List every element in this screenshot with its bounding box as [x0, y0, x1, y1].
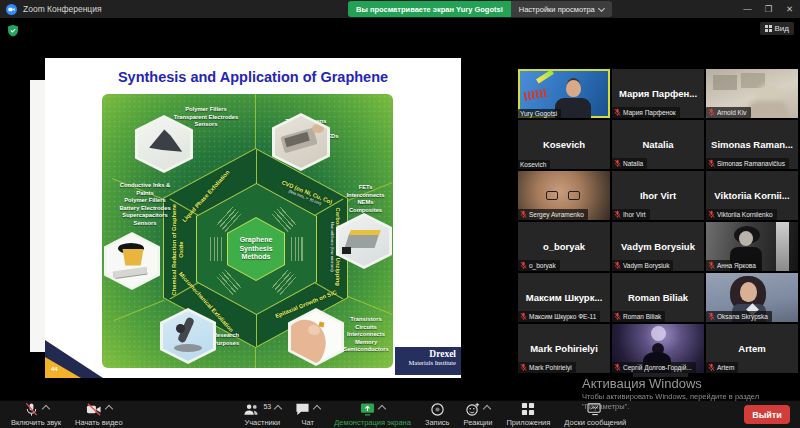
- participant-name-label: Simonas Ramanavičius: [706, 158, 789, 169]
- chat-button[interactable]: Чат: [288, 402, 327, 427]
- background-window-edge: [30, 80, 45, 352]
- muted-mic-icon: [614, 159, 621, 168]
- muted-mic-icon: [520, 210, 527, 219]
- chevron-up-icon[interactable]: [274, 405, 282, 413]
- participant-video-silhouette: [739, 231, 753, 246]
- grid-view-icon: [765, 25, 772, 32]
- muted-mic-icon: [708, 108, 715, 117]
- participant-tile[interactable]: NataliaNatalia: [612, 120, 704, 169]
- participant-tile[interactable]: Arnold Kiv: [706, 69, 798, 118]
- participant-name-label: Viktoriia Korniienko: [706, 209, 777, 220]
- chevron-up-icon[interactable]: [313, 405, 321, 413]
- muted-mic-icon: [520, 363, 527, 372]
- view-settings-button[interactable]: Настройки просмотра: [511, 1, 612, 17]
- participant-name-label: Сергій Долгов-Гордій...: [612, 362, 696, 373]
- chevron-down-icon: [598, 4, 605, 11]
- view-layout-button[interactable]: Вид: [760, 22, 794, 35]
- participant-name-label: Yury Gogotsi: [518, 109, 561, 118]
- screen-share-banner: Вы просматриваете экран Yury Gogotsi: [348, 1, 511, 17]
- participant-name-label: Roman Biliak: [612, 311, 665, 322]
- participants-icon: [243, 402, 259, 417]
- muted-mic-icon: [708, 261, 715, 270]
- start-video-button[interactable]: Начать видео: [68, 402, 130, 427]
- mute-button[interactable]: Включить звук: [4, 402, 68, 427]
- participants-button[interactable]: 53 Участники: [236, 402, 288, 427]
- participant-video-silhouette: [740, 282, 757, 302]
- participant-name-label: o_boryak: [518, 260, 560, 271]
- participant-tile[interactable]: Sergey Avramenko: [518, 171, 610, 220]
- application-label-left: Conductive Inks & Paints Polymer Fillers…: [104, 182, 186, 227]
- participant-name-label: Sergey Avramenko: [518, 209, 588, 220]
- participant-name-label: Ihor Virt: [612, 209, 650, 220]
- video-off-icon: [86, 402, 102, 417]
- participant-name-label: Natalia: [612, 158, 647, 169]
- participant-tile[interactable]: ArtemArtem: [706, 324, 798, 373]
- participant-tile[interactable]: Oksana Skrypska: [706, 273, 798, 322]
- leave-meeting-button[interactable]: Выйти: [744, 405, 790, 424]
- apps-icon: [521, 402, 535, 416]
- participant-tile[interactable]: Simonas Raman...Simonas Ramanavičius: [706, 120, 798, 169]
- participant-name-label: Vadym Borysiuk: [612, 260, 673, 271]
- participant-name-label: Artem: [706, 362, 738, 373]
- participants-count: 53: [263, 403, 271, 410]
- participant-tile[interactable]: KosevichKosevich: [518, 120, 610, 169]
- whiteboard-icon: [587, 402, 603, 416]
- share-screen-button[interactable]: Демонстрация экрана: [327, 402, 418, 427]
- muted-mic-icon: [520, 312, 527, 321]
- close-button[interactable]: ✕: [779, 0, 800, 18]
- application-label-bottom-right: Transistors Circuits Interconnects Memor…: [340, 316, 392, 354]
- participant-name-label: Mark Pohirielyi: [518, 362, 576, 373]
- chat-icon: [295, 402, 310, 416]
- drexel-logo: Drexel Materials Institute: [395, 347, 461, 375]
- participant-tile[interactable]: Ihor VirtIhor Virt: [612, 171, 704, 220]
- meeting-toolbar: Включить звук Начать видео 53 Участники …: [0, 400, 800, 428]
- share-screen-icon: [360, 402, 375, 417]
- participant-tile[interactable]: Максим Шкурк...Максим Шкурко ФЕ-11: [518, 273, 610, 322]
- reactions-button[interactable]: Реакции: [456, 402, 499, 427]
- chevron-up-icon[interactable]: [483, 405, 491, 413]
- participant-tile[interactable]: Yury Gogotsi: [518, 69, 610, 118]
- muted-mic-icon: [708, 363, 715, 372]
- participant-name-label: Мария Парфенок: [612, 107, 680, 118]
- whiteboards-button[interactable]: Доски сообщений: [557, 402, 633, 427]
- chevron-up-icon[interactable]: [41, 405, 49, 413]
- muted-mic-icon: [614, 261, 621, 270]
- participant-tile[interactable]: Mark PohirielyiMark Pohirielyi: [518, 324, 610, 373]
- apps-button[interactable]: Приложения: [499, 402, 557, 427]
- participant-tile[interactable]: Мария Парфен...Мария Парфенок: [612, 69, 704, 118]
- slide-number: 44: [51, 366, 58, 372]
- participant-tile[interactable]: Сергій Долгов-Гордій...: [612, 324, 704, 373]
- participant-video-silhouette: [566, 80, 581, 97]
- muted-mic-icon: [614, 312, 621, 321]
- muted-mic-icon: [708, 210, 715, 219]
- zoom-logo-icon: [6, 4, 17, 15]
- chevron-up-icon[interactable]: [105, 405, 113, 413]
- muted-mic-icon: [708, 159, 715, 168]
- participant-tile[interactable]: o_boryako_boryak: [518, 222, 610, 271]
- reactions-icon: [465, 402, 480, 417]
- chevron-up-icon[interactable]: [378, 405, 386, 413]
- participant-name-label: Kosevich: [518, 160, 550, 169]
- slide-title: Synthesis and Application of Graphene: [45, 69, 461, 85]
- maximize-button[interactable]: ❐: [758, 0, 779, 18]
- record-button[interactable]: Запись: [418, 402, 457, 427]
- graphene-infographic: Graphene Synthesis Methods Liquid Phase …: [102, 94, 393, 368]
- mic-off-icon: [24, 402, 39, 417]
- participant-tile[interactable]: Viktoriia Kornii...Viktoriia Korniienko: [706, 171, 798, 220]
- window-titlebar: Zoom Конференция Вы просматриваете экран…: [0, 0, 800, 18]
- muted-mic-icon: [614, 210, 621, 219]
- muted-mic-icon: [708, 312, 715, 321]
- participant-tile[interactable]: Roman BiliakRoman Biliak: [612, 273, 704, 322]
- participant-tile-partial: [633, 373, 688, 377]
- encryption-shield-icon: [7, 23, 19, 41]
- minimize-button[interactable]: —: [737, 0, 758, 18]
- participant-tile[interactable]: Vadym BorysiukVadym Borysiuk: [612, 222, 704, 271]
- shared-screen-slide: Synthesis and Application of Graphene: [45, 58, 461, 378]
- participant-tile[interactable]: Анна Яркова: [706, 222, 798, 271]
- muted-mic-icon: [614, 108, 621, 117]
- paint-bucket-icon: [104, 232, 160, 290]
- participant-name-label: Анна Яркова: [706, 260, 760, 271]
- center-hexagon-label: Graphene Synthesis Methods: [239, 236, 272, 261]
- application-label-right: FETs Interconnects NEMs Composites: [338, 184, 393, 214]
- participants-grid: Yury GogotsiМария Парфен...Мария Парфено…: [518, 69, 798, 373]
